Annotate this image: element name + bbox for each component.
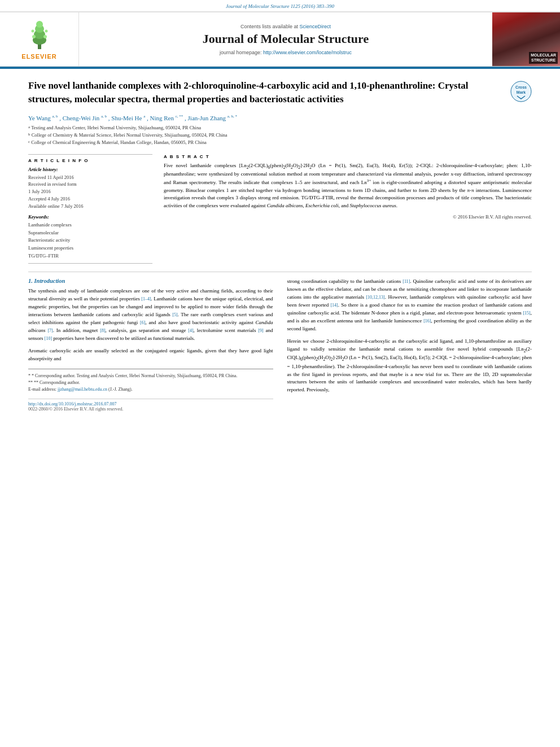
revised-date: 1 July 2016 <box>28 188 152 195</box>
intro-para-2: Aromatic carboxylic acids are usually se… <box>28 347 273 363</box>
article-title-text: Five novel lanthanide complexes with 2-c… <box>28 79 510 106</box>
elsevier-logo-section: ELSEVIER <box>0 12 79 66</box>
keywords-section: Keywords: Lanthanide complexes Supramole… <box>28 214 152 260</box>
copyright-notice: © 2016 Elsevier B.V. All rights reserved… <box>164 214 532 220</box>
elsevier-wordmark: ELSEVIER <box>21 53 56 60</box>
main-content: Five novel lanthanide complexes with 2-c… <box>0 69 560 422</box>
article-info-col: A R T I C L E I N F O Article history: R… <box>28 154 152 264</box>
body-right-col: strong coordination capability to the la… <box>287 278 532 411</box>
keyword-4: Luminescent properties <box>28 244 152 252</box>
issn-notice: 0022-2860/© 2016 Elsevier B.V. All right… <box>28 407 123 412</box>
intro-para-1: The synthesis and study of lanthanide co… <box>28 287 273 343</box>
available-online: Available online 7 July 2016 <box>28 203 152 210</box>
right-para-2: Herein we choose 2-chloroquinoline-4-car… <box>287 338 532 395</box>
svg-point-7 <box>31 30 34 33</box>
svg-point-8 <box>45 30 47 33</box>
keyword-1: Lanthanide complexes <box>28 221 152 229</box>
svg-text:Mark: Mark <box>517 90 526 94</box>
intro-heading: 1. Introduction <box>28 278 273 284</box>
received-date: Received 11 April 2016 <box>28 174 152 181</box>
journal-title: Journal of Molecular Structure <box>203 32 369 46</box>
keyword-2: Supramolecular <box>28 229 152 237</box>
elsevier-tree-icon <box>23 19 56 50</box>
contents-available-text: Contents lists available at ScienceDirec… <box>240 24 331 29</box>
footnote-star: * * Corresponding author. Testing and An… <box>28 373 273 379</box>
received-revised-label: Received in revised form <box>28 181 152 188</box>
journal-cover-image: MOLECULAR STRUCTURE <box>492 12 560 66</box>
affil-b: b College of Chemistry & Material Scienc… <box>28 132 532 139</box>
article-info-label: A R T I C L E I N F O <box>28 158 152 163</box>
doi-link[interactable]: http://dx.doi.org/10.1016/j.molstruc.201… <box>28 401 117 407</box>
sciencedirect-link[interactable]: ScienceDirect <box>300 24 331 29</box>
email-link[interactable]: jjzhang@mail.hebtu.edu.cn <box>58 387 107 392</box>
article-info-box: A R T I C L E I N F O Article history: R… <box>28 154 152 264</box>
footnote-double-star: ** ** Corresponding author. <box>28 379 273 386</box>
abstract-col: A B S T R A C T Five novel lanthanide co… <box>164 154 532 264</box>
keyword-5: TG/DTG–FTIR <box>28 252 152 260</box>
article-history-label: Article history: <box>28 167 152 172</box>
svg-point-6 <box>43 35 47 38</box>
keyword-3: Bacteriostatic activity <box>28 237 152 244</box>
info-abstract-section: A R T I C L E I N F O Article history: R… <box>28 154 532 264</box>
svg-point-5 <box>32 35 36 38</box>
journal-header: ELSEVIER Contents lists available at Sci… <box>0 11 560 67</box>
svg-text:Cross: Cross <box>515 85 527 89</box>
affil-a: a Testing and Analysis Center, Hebei Nor… <box>28 124 532 132</box>
journal-homepage: journal homepage: http://www.elsevier.co… <box>220 50 352 55</box>
svg-point-4 <box>36 21 43 28</box>
abstract-text: Five novel lanthanide complexes [Ln2(2-C… <box>164 162 532 210</box>
footnotes: * * Corresponding author. Testing and An… <box>28 369 273 393</box>
authors-line: Ye Wang a, b , Cheng-Wei Jin a, b , Shu-… <box>28 114 532 121</box>
citation-text: Journal of Molecular Structure 1125 (201… <box>226 3 334 9</box>
journal-citation-bar: Journal of Molecular Structure 1125 (201… <box>0 0 560 11</box>
abstract-section: A B S T R A C T Five novel lanthanide co… <box>164 154 532 220</box>
page-footer: http://dx.doi.org/10.1016/j.molstruc.201… <box>28 399 273 412</box>
crossmark-icon: Cross Mark <box>510 81 532 102</box>
keywords-label: Keywords: <box>28 214 152 220</box>
elsevier-logo: ELSEVIER <box>21 19 56 60</box>
page: Journal of Molecular Structure 1125 (201… <box>0 0 560 747</box>
body-left-col: 1. Introduction The synthesis and study … <box>28 278 273 411</box>
content-divider <box>28 272 532 272</box>
cover-image-label: MOLECULAR STRUCTURE <box>529 52 558 64</box>
abstract-label: A B S T R A C T <box>164 154 532 159</box>
cover-image-placeholder: MOLECULAR STRUCTURE <box>492 12 560 66</box>
journal-name-section: Contents lists available at ScienceDirec… <box>79 12 492 66</box>
accepted-date: Accepted 4 July 2016 <box>28 195 152 203</box>
affil-c: c College of Chemical Engineering & Mate… <box>28 139 532 146</box>
right-para-1: strong coordination capability to the la… <box>287 278 532 333</box>
article-title-section: Five novel lanthanide complexes with 2-c… <box>28 79 532 106</box>
journal-url[interactable]: http://www.elsevier.com/locate/molstruc <box>263 50 352 55</box>
body-content: 1. Introduction The synthesis and study … <box>28 278 532 411</box>
footnote-email: E-mail address: jjzhang@mail.hebtu.edu.c… <box>28 386 273 393</box>
crossmark-badge[interactable]: Cross Mark <box>510 81 532 102</box>
affiliations-section: a Testing and Analysis Center, Hebei Nor… <box>28 124 532 146</box>
